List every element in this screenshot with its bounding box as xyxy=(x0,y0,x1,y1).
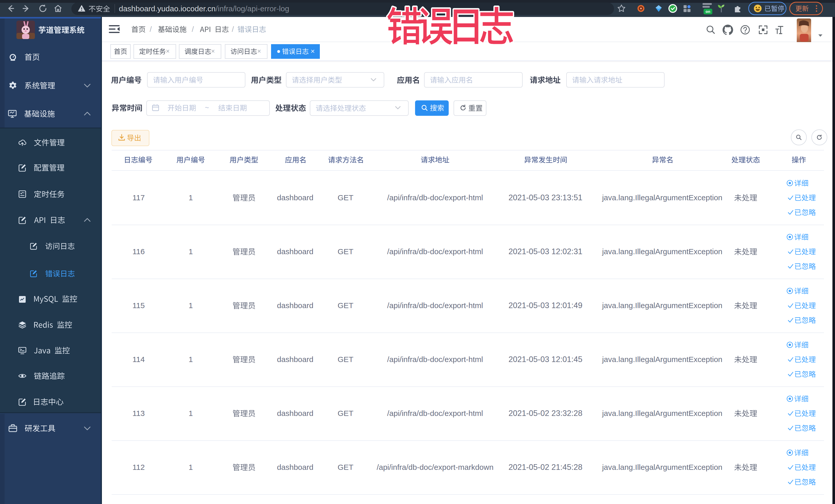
svg-text:on: on xyxy=(706,9,710,14)
